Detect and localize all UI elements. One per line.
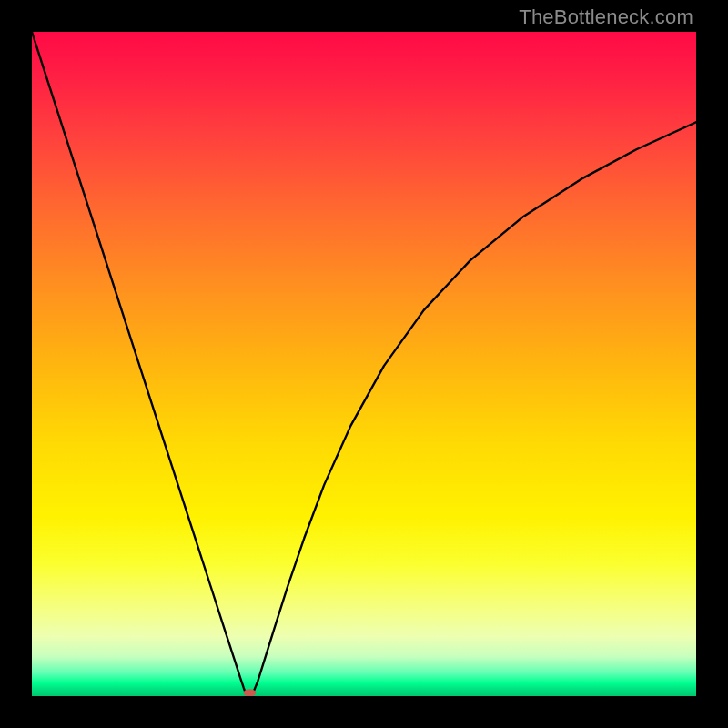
curve-right-branch <box>253 122 696 693</box>
watermark-text: TheBottleneck.com <box>519 5 693 29</box>
chart-container: TheBottleneck.com <box>0 0 728 728</box>
plot-area <box>32 32 696 696</box>
curve-svg <box>32 32 696 696</box>
curve-left-branch <box>32 32 246 693</box>
minimum-marker <box>244 689 257 696</box>
